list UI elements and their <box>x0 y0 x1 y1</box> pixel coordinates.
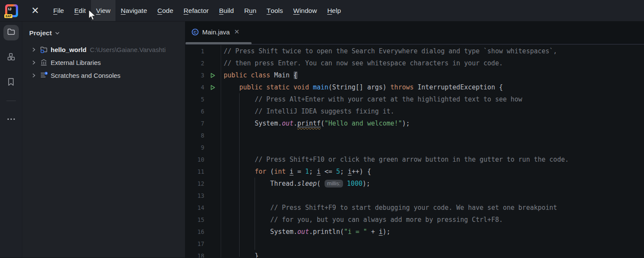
tree-item-external-libraries[interactable]: External Libraries <box>22 56 185 69</box>
code-line-18[interactable]: 18 } <box>185 250 644 258</box>
code-text[interactable]: public static void main(String[] args) t… <box>221 81 503 93</box>
chevron-right-icon[interactable] <box>30 47 37 52</box>
gutter: 2 <box>185 57 221 69</box>
menu-view[interactable]: View <box>91 0 116 21</box>
code-text[interactable]: // Press Shift twice to open the Search … <box>221 45 557 57</box>
menu-tools[interactable]: Tools <box>261 0 288 21</box>
code-line-9[interactable]: 9 <box>185 141 644 154</box>
code-line-8[interactable]: 8 <box>185 129 644 141</box>
line-number: 14 <box>185 202 204 214</box>
menu-file[interactable]: File <box>48 0 69 21</box>
code-text[interactable] <box>221 190 224 202</box>
run-icon[interactable] <box>204 85 221 90</box>
code-token: for <box>255 168 266 175</box>
chevron-right-icon[interactable] <box>30 60 37 65</box>
code-token: i <box>317 168 321 175</box>
code-line-11[interactable]: 11 for (int i = 1; i <= 5; i++) { <box>185 166 644 178</box>
code-text[interactable]: public class Main { <box>221 69 298 81</box>
close-icon[interactable]: ✕ <box>29 5 41 17</box>
code-text[interactable]: Thread.sleep( millis: 1000); <box>221 178 370 190</box>
tab-close-icon[interactable]: ✕ <box>233 27 240 37</box>
code-text[interactable]: // for you, but you can always add more … <box>221 214 503 226</box>
code-token: Thread. <box>224 180 298 187</box>
run-icon[interactable] <box>204 73 221 78</box>
menu-help[interactable]: Help <box>322 0 346 21</box>
line-number: 16 <box>185 226 204 238</box>
indent-guide <box>239 93 240 257</box>
code-token: i <box>290 168 294 175</box>
code-text[interactable]: // IntelliJ IDEA suggests fixing it. <box>221 105 394 117</box>
tree-item-scratches-and-consoles[interactable]: Scratches and Consoles <box>22 69 185 82</box>
svg-text:C: C <box>194 30 197 34</box>
code-text[interactable]: System.out.printf("Hello and welcome!"); <box>221 117 410 129</box>
code-text[interactable] <box>221 238 224 250</box>
code-text[interactable]: // then press Enter. You can now see whi… <box>221 57 503 69</box>
code-text[interactable]: // Press Shift+F9 to start debugging you… <box>221 202 557 214</box>
code-line-6[interactable]: 6 // IntelliJ IDEA suggests fixing it. <box>185 105 644 117</box>
project-panel-header[interactable]: Project <box>22 22 185 37</box>
code-token: ); <box>402 120 410 127</box>
code-token: System. <box>224 228 298 236</box>
code-token <box>343 180 347 187</box>
line-number: 7 <box>185 117 204 129</box>
menu-window[interactable]: Window <box>288 0 322 21</box>
code-token: Main <box>274 71 293 79</box>
code-text[interactable]: // Press Alt+Enter with your caret at th… <box>221 93 522 105</box>
menu-build[interactable]: Build <box>214 0 239 21</box>
tab-main-java[interactable]: CMain.java✕ <box>185 22 246 42</box>
line-number: 18 <box>185 250 204 258</box>
gutter: 16 <box>185 226 221 238</box>
code-token: 1000 <box>347 180 362 187</box>
code-line-7[interactable]: 7 System.out.printf("Hello and welcome!"… <box>185 117 644 129</box>
code-editor[interactable]: 1// Press Shift twice to open the Search… <box>185 45 644 258</box>
code-token: out <box>298 228 309 236</box>
line-number: 11 <box>185 166 204 178</box>
code-text[interactable]: for (int i = 1; i <= 5; i++) { <box>221 166 371 178</box>
code-text[interactable]: // Press Shift+F10 or click the green ar… <box>221 154 569 166</box>
menu-navigate[interactable]: Navigate <box>115 0 152 21</box>
code-token: ++) { <box>352 168 371 175</box>
line-number: 8 <box>185 129 204 141</box>
code-line-1[interactable]: 1// Press Shift twice to open the Search… <box>185 45 644 57</box>
project-tool-button[interactable] <box>3 25 19 40</box>
tree-item-hello-world[interactable]: hello_worldC:\Users\Gaiane.Varvashti <box>22 43 185 56</box>
code-text[interactable] <box>221 129 224 141</box>
code-token: 1 <box>305 168 309 175</box>
code-text[interactable] <box>221 141 224 154</box>
code-token: <= <box>321 168 336 175</box>
code-line-10[interactable]: 10 // Press Shift+F10 or click the green… <box>185 154 644 166</box>
modules-icon <box>7 53 15 62</box>
tree-item-label: Scratches and Consoles <box>51 72 121 79</box>
chevron-right-icon[interactable] <box>30 73 37 78</box>
code-line-4[interactable]: 4 public static void main(String[] args)… <box>185 81 644 93</box>
editor-area: CMain.java✕ 1// Press Shift twice to ope… <box>185 22 644 258</box>
menu-refactor[interactable]: Refactor <box>179 0 214 21</box>
code-token: + <box>367 228 379 236</box>
code-text[interactable]: } <box>221 250 258 258</box>
gutter: 8 <box>185 129 221 141</box>
menu-code[interactable]: Code <box>152 0 179 21</box>
code-token: ; <box>309 168 317 175</box>
more-icon <box>7 114 15 122</box>
gutter: 3 <box>185 69 221 81</box>
code-token: // IntelliJ IDEA suggests fixing it. <box>255 108 394 115</box>
project-tree: hello_worldC:\Users\Gaiane.VarvashtiExte… <box>22 43 185 82</box>
code-text[interactable]: System.out.println("i = " + i); <box>221 226 390 238</box>
tab-scrollbar-thumb[interactable] <box>185 42 252 44</box>
code-token: ( <box>317 180 325 187</box>
code-token: "Hello and welcome!" <box>325 120 402 127</box>
bookmarks-tool-button[interactable] <box>3 75 19 90</box>
code-line-2[interactable]: 2// then press Enter. You can now see wh… <box>185 57 644 69</box>
menu-edit[interactable]: Edit <box>69 0 91 21</box>
code-line-5[interactable]: 5 // Press Alt+Enter with your caret at … <box>185 93 644 105</box>
modules-tool-button[interactable] <box>3 50 19 65</box>
code-token: } <box>224 252 258 258</box>
tab-scrollbar-track <box>185 44 644 45</box>
code-token: "i = " <box>344 228 367 236</box>
menu-run[interactable]: Run <box>239 0 261 21</box>
code-token: ( <box>321 120 325 127</box>
line-number: 4 <box>185 81 204 93</box>
code-line-3[interactable]: 3public class Main { <box>185 69 644 81</box>
more-tool-windows-tool-button[interactable] <box>3 111 19 126</box>
code-token: out <box>282 120 293 127</box>
